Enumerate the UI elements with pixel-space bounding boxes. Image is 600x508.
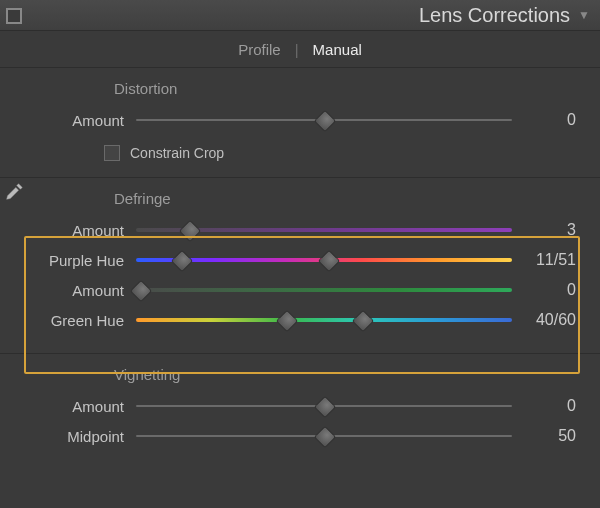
distortion-amount-label: Amount: [24, 112, 136, 129]
defringe-label: Amount: [24, 282, 136, 299]
slider-thumb[interactable]: [317, 250, 340, 273]
defringe-value: 3: [512, 221, 576, 239]
vignetting-row-0: Amount0: [24, 391, 576, 421]
distortion-amount-value: 0: [512, 111, 576, 129]
vignetting-label: Amount: [24, 398, 136, 415]
slider-thumb[interactable]: [314, 396, 337, 419]
defringe-label: Green Hue: [24, 312, 136, 329]
panel-title: Lens Corrections: [419, 4, 570, 27]
section-title-defringe: Defringe: [114, 190, 576, 207]
defringe-slider[interactable]: [136, 312, 512, 328]
distortion-amount-slider[interactable]: [136, 112, 512, 128]
vignetting-label: Midpoint: [24, 428, 136, 445]
section-distortion: Distortion Amount 0 Constrain Crop: [0, 68, 600, 178]
defringe-row-0: Amount3: [24, 215, 576, 245]
section-title-distortion: Distortion: [114, 80, 576, 97]
panel-toggle-icon[interactable]: [6, 8, 22, 24]
defringe-slider[interactable]: [136, 222, 512, 238]
defringe-row-2: Amount0: [24, 275, 576, 305]
vignetting-value: 0: [512, 397, 576, 415]
vignetting-row-1: Midpoint50: [24, 421, 576, 451]
section-defringe: Defringe Amount3Purple Hue11/51Amount0Gr…: [0, 178, 600, 354]
slider-thumb[interactable]: [171, 250, 194, 273]
slider-thumb[interactable]: [314, 426, 337, 449]
defringe-slider[interactable]: [136, 252, 512, 268]
section-title-vignetting: Vignetting: [114, 366, 576, 383]
slider-thumb[interactable]: [351, 310, 374, 333]
constrain-crop-checkbox[interactable]: [104, 145, 120, 161]
collapse-icon[interactable]: ▼: [578, 8, 590, 22]
tab-profile[interactable]: Profile: [224, 41, 295, 58]
distortion-amount-row: Amount 0: [24, 105, 576, 135]
panel-header: Lens Corrections ▼: [0, 0, 600, 31]
constrain-crop-row: Constrain Crop: [104, 139, 576, 167]
section-vignetting: Vignetting Amount0Midpoint50: [0, 354, 600, 461]
defringe-value: 0: [512, 281, 576, 299]
defringe-row-3: Green Hue40/60: [24, 305, 576, 335]
constrain-crop-label: Constrain Crop: [130, 145, 224, 161]
tab-bar: Profile | Manual: [0, 31, 600, 68]
defringe-value: 11/51: [512, 251, 576, 269]
vignetting-value: 50: [512, 427, 576, 445]
slider-thumb[interactable]: [314, 110, 337, 133]
slider-thumb[interactable]: [276, 310, 299, 333]
tab-manual[interactable]: Manual: [299, 41, 376, 58]
slider-thumb[interactable]: [178, 220, 201, 243]
vignetting-slider[interactable]: [136, 428, 512, 444]
defringe-label: Purple Hue: [24, 252, 136, 269]
defringe-row-1: Purple Hue11/51: [24, 245, 576, 275]
vignetting-slider[interactable]: [136, 398, 512, 414]
defringe-slider[interactable]: [136, 282, 512, 298]
eyedropper-icon[interactable]: [0, 176, 30, 208]
defringe-label: Amount: [24, 222, 136, 239]
defringe-value: 40/60: [512, 311, 576, 329]
